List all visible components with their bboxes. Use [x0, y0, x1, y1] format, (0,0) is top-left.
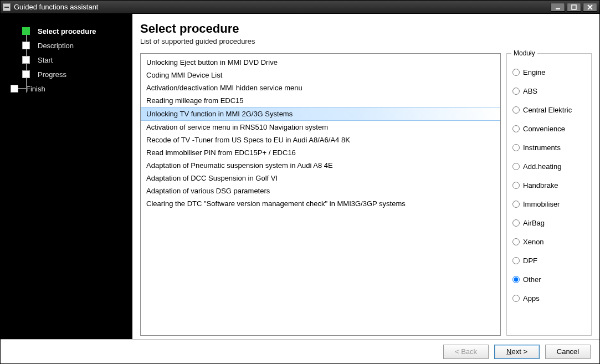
minimize-button[interactable] [551, 3, 565, 12]
module-radio[interactable]: Convenience [512, 119, 586, 138]
list-item[interactable]: Clearing the DTC "Software version manag… [141, 197, 500, 210]
radio-label: Convenience [523, 125, 565, 133]
close-button[interactable] [583, 3, 597, 12]
radio-input[interactable] [512, 257, 520, 264]
cancel-button[interactable]: Cancel [545, 345, 591, 359]
page-title: Select procedure [140, 22, 592, 36]
radio-label: AirBag [523, 219, 545, 227]
radio-label: Central Elektric [523, 106, 572, 114]
radio-input[interactable] [512, 219, 520, 227]
list-item[interactable]: Adaptation of DCC Suspension in Golf VI [141, 172, 500, 184]
radio-input[interactable] [512, 144, 520, 151]
list-item[interactable]: Unlocking TV function in MMI 2G/3G Syste… [141, 107, 500, 121]
radio-label: ABS [523, 87, 537, 95]
back-button[interactable]: < Back [443, 345, 489, 359]
titlebar[interactable]: Guided functions assistant [1, 1, 599, 14]
window-title: Guided functions assistant [14, 3, 98, 11]
step-select-procedure[interactable]: Select procedure [6, 24, 127, 38]
list-item[interactable]: Adaptation of various DSG parameters [141, 184, 500, 197]
maximize-button[interactable] [567, 3, 581, 12]
radio-input[interactable] [512, 295, 520, 302]
upper-panel: Select procedure Description Start Progr… [1, 14, 599, 339]
radio-input[interactable] [512, 125, 520, 132]
step-label: Description [38, 42, 74, 50]
radio-label: Xenon [523, 238, 544, 246]
radio-input[interactable] [512, 69, 520, 76]
module-radio[interactable]: ABS [512, 81, 586, 100]
radio-input[interactable] [512, 182, 520, 189]
wizard-steps-sidebar: Select procedure Description Start Progr… [1, 14, 132, 339]
list-item[interactable]: Activation/deactivation MMI hidden servi… [141, 81, 500, 94]
list-item[interactable]: Reading milleage from EDC15 [141, 94, 500, 107]
radio-label: Instruments [523, 143, 561, 152]
radio-label: DPF [523, 257, 537, 265]
list-item[interactable]: Read immobiliser PIN from EDC15P+ / EDC1… [141, 146, 500, 159]
client-area: Select procedure Description Start Progr… [1, 14, 599, 363]
svg-rect-1 [572, 5, 576, 9]
module-radio[interactable]: Apps [512, 289, 586, 307]
app-icon [3, 3, 11, 11]
list-item[interactable]: Coding MMI Device List [141, 69, 500, 81]
step-start[interactable]: Start [6, 53, 127, 67]
radio-label: Immobiliser [523, 200, 560, 208]
module-radio[interactable]: Immobiliser [512, 194, 586, 213]
radio-label: Add.heating [523, 162, 561, 171]
next-button[interactable]: Next > [494, 345, 540, 359]
module-radio[interactable]: AirBag [512, 213, 586, 232]
radio-label: Other [523, 275, 541, 284]
module-radio[interactable]: Handbrake [512, 176, 586, 194]
step-label: Finish [26, 85, 45, 93]
list-item[interactable]: Adaptation of Pneumatic suspension syste… [141, 159, 500, 172]
assistant-window: Guided functions assistant Select proced… [0, 0, 600, 364]
window-controls [551, 3, 597, 12]
radio-label: Engine [523, 68, 545, 76]
step-finish[interactable]: Finish [6, 81, 127, 96]
procedure-list[interactable]: Unlocking Eject button in MMI DVD DriveC… [140, 53, 501, 336]
module-radio[interactable]: Instruments [512, 138, 586, 157]
list-item[interactable]: Activation of service menu in RNS510 Nav… [141, 121, 500, 134]
radio-input[interactable] [512, 88, 520, 95]
module-radio[interactable]: DPF [512, 251, 586, 270]
radio-input[interactable] [512, 238, 520, 245]
module-radio[interactable]: Xenon [512, 232, 586, 251]
page-subtitle: List of supported guided procedures [140, 37, 592, 45]
step-description[interactable]: Description [6, 38, 127, 53]
module-radio[interactable]: Engine [512, 63, 586, 81]
module-radio[interactable]: Other [512, 270, 586, 289]
content-row: Unlocking Eject button in MMI DVD DriveC… [140, 53, 592, 336]
step-label: Progress [38, 70, 66, 79]
step-label: Start [38, 56, 53, 64]
list-item[interactable]: Unlocking Eject button in MMI DVD Drive [141, 56, 500, 69]
step-progress[interactable]: Progress [6, 67, 127, 81]
step-marker-icon [22, 56, 30, 64]
modules-group: Moduły EngineABSCentral ElektricConvenie… [506, 53, 592, 336]
module-radio[interactable]: Add.heating [512, 157, 586, 176]
radio-input[interactable] [512, 201, 520, 208]
step-label: Select procedure [38, 27, 96, 35]
radio-input[interactable] [512, 163, 520, 170]
list-item[interactable]: Recode of TV -Tuner from US Specs to EU … [141, 134, 500, 146]
main-panel: Select procedure List of supported guide… [132, 14, 599, 339]
step-marker-icon [22, 70, 30, 78]
radio-input[interactable] [512, 276, 520, 283]
step-marker-icon [11, 85, 18, 93]
step-marker-icon [22, 27, 30, 35]
modules-legend: Moduły [511, 49, 537, 57]
radio-label: Handbrake [523, 181, 558, 189]
step-marker-icon [22, 42, 30, 49]
wizard-footer: < Back Next > Cancel [1, 339, 599, 363]
radio-input[interactable] [512, 106, 520, 114]
module-radio[interactable]: Central Elektric [512, 100, 586, 119]
step-connector-icon [26, 78, 27, 93]
radio-label: Apps [523, 294, 540, 303]
